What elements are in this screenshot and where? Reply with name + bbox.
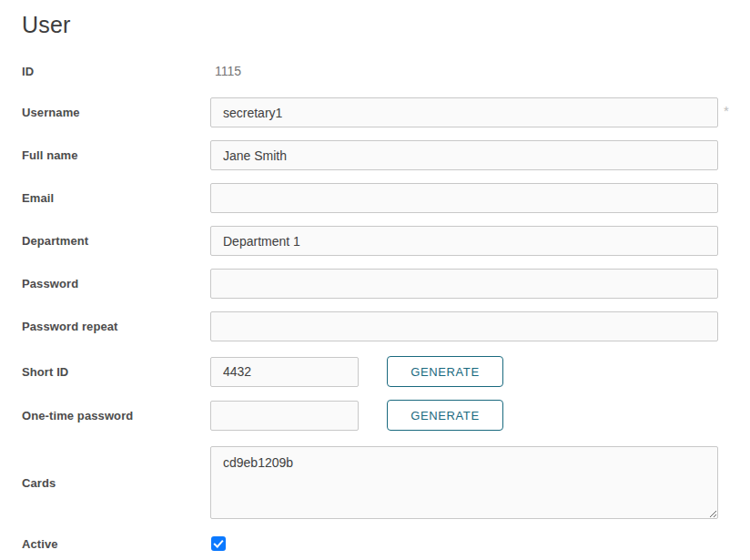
full-name-input[interactable] [210, 140, 718, 170]
field-label-cards: Cards [22, 476, 210, 490]
field-label-username: Username [22, 106, 210, 119]
department-input[interactable] [210, 226, 718, 256]
password-repeat-input[interactable] [210, 311, 718, 341]
form-row-short-id: Short ID GENERATE [22, 356, 728, 387]
short-id-input[interactable] [210, 357, 359, 387]
form-row-password-repeat: Password repeat [22, 311, 728, 341]
form-row-active: Active [22, 536, 728, 551]
id-value: 1115 [210, 64, 241, 78]
cards-textarea[interactable]: cd9eb1209b [210, 446, 718, 519]
field-label-one-time-password: One-time password [22, 409, 210, 423]
form-row-password: Password [22, 269, 728, 299]
form-row-email: Email [22, 183, 728, 213]
field-label-password-repeat: Password repeat [22, 320, 210, 333]
form-row-department: Department [22, 226, 728, 256]
form-row-username: Username * [22, 97, 728, 127]
field-label-full-name: Full name [22, 148, 210, 162]
form-row-full-name: Full name [22, 140, 728, 170]
field-label-active: Active [22, 537, 210, 551]
generate-one-time-password-button[interactable]: GENERATE [387, 400, 503, 431]
one-time-password-input[interactable] [210, 401, 359, 431]
form-row-id: ID 1115 [22, 64, 728, 78]
page-title: User [22, 12, 728, 38]
field-label-short-id: Short ID [22, 365, 210, 379]
email-input[interactable] [210, 183, 718, 213]
field-label-department: Department [22, 234, 210, 248]
password-input[interactable] [210, 269, 718, 299]
generate-short-id-button[interactable]: GENERATE [387, 356, 503, 387]
field-label-password: Password [22, 277, 210, 290]
active-checkbox[interactable] [211, 536, 226, 551]
form-row-one-time-password: One-time password GENERATE [22, 400, 728, 431]
username-input[interactable] [210, 97, 718, 127]
field-label-id: ID [22, 65, 210, 78]
form-row-cards: Cards cd9eb1209b [22, 446, 728, 519]
required-asterisk: * [724, 97, 729, 118]
field-label-email: Email [22, 191, 210, 205]
